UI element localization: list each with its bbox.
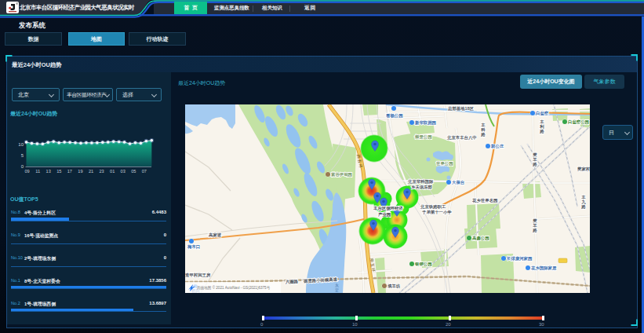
svg-text:01: 01 — [110, 169, 115, 174]
svg-text:花乡世界名园: 花乡世界名园 — [471, 198, 497, 203]
svg-text:05: 05 — [131, 169, 136, 174]
svg-text:丰台区循环经济: 丰台区循环经济 — [373, 206, 403, 211]
svg-text:新华双拥园: 新华双拥园 — [414, 120, 436, 126]
svg-text:定: 定 — [335, 287, 339, 293]
svg-text:看杨公园: 看杨公园 — [385, 113, 403, 119]
svg-text:白盆窑公园: 白盆窑公园 — [568, 119, 589, 125]
svg-text:造甲村回王房: 造甲村回王房 — [185, 273, 211, 278]
svg-text:紫谷伊甸园: 紫谷伊甸园 — [330, 172, 352, 177]
svg-text:北京市丰台八中: 北京市丰台八中 — [446, 135, 477, 141]
svg-text:总部基地18区: 总部基地18区 — [447, 106, 475, 112]
svg-text:高德地图 © 2021 AutoNavi - GS(2021: 高德地图 © 2021 AutoNavi - GS(2021)6375号 — [197, 285, 271, 291]
svg-text:北京铁路职工: 北京铁路职工 — [420, 204, 446, 210]
svg-text:填羊坊: 填羊坊 — [387, 284, 401, 289]
svg-text:银锣公园: 银锣公园 — [414, 262, 432, 267]
svg-text:花乡国际家居: 花乡国际家居 — [530, 265, 557, 271]
svg-text:世界公园: 世界公园 — [436, 161, 453, 166]
svg-text:乡夫俱乐部: 乡夫俱乐部 — [411, 185, 433, 190]
svg-text:13: 13 — [46, 169, 51, 174]
svg-text:白盆窑: 白盆窑 — [536, 111, 549, 116]
svg-text:路: 路 — [532, 162, 537, 167]
svg-text:09: 09 — [24, 169, 29, 174]
svg-text:路: 路 — [480, 132, 486, 137]
svg-text:03: 03 — [121, 169, 126, 174]
svg-text:高鑫公园: 高鑫公园 — [472, 236, 489, 241]
svg-text:路: 路 — [580, 204, 586, 210]
svg-text:11: 11 — [35, 169, 40, 174]
svg-text:07: 07 — [142, 169, 147, 174]
svg-text:长俅康河家园: 长俅康河家园 — [506, 256, 532, 262]
svg-text:21: 21 — [89, 169, 93, 174]
svg-text:路: 路 — [532, 228, 537, 233]
svg-text:郭公庄: 郭公庄 — [490, 144, 504, 149]
svg-text:17: 17 — [67, 169, 72, 174]
svg-text:19: 19 — [78, 169, 82, 174]
svg-text:高家坡: 高家坡 — [209, 232, 222, 238]
svg-text:樊家村: 樊家村 — [577, 166, 590, 172]
svg-text:10: 10 — [18, 142, 24, 147]
svg-text:23: 23 — [99, 169, 104, 174]
svg-text:0: 0 — [21, 164, 24, 169]
svg-text:梅市口: 梅市口 — [187, 244, 200, 250]
svg-text:御景公园: 御景公园 — [414, 134, 432, 140]
svg-text:北京华科国际: 北京华科国际 — [407, 179, 434, 185]
svg-text:5: 5 — [21, 153, 24, 158]
svg-text:子弟第十一小学: 子弟第十一小学 — [421, 210, 452, 215]
svg-text:产业园: 产业园 — [377, 212, 391, 218]
svg-text:大葆台: 大葆台 — [451, 180, 465, 185]
svg-text:15: 15 — [56, 169, 61, 174]
svg-text:路: 路 — [539, 129, 544, 134]
